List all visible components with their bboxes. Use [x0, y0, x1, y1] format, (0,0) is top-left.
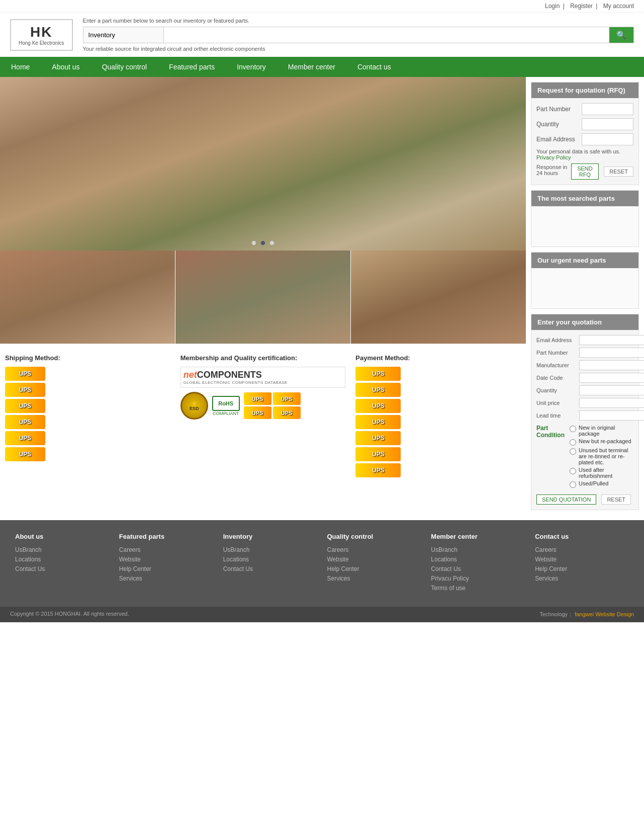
footer-inventory-locations[interactable]: Locations: [223, 556, 317, 563]
main-nav: Home About us Quality control Featured p…: [0, 57, 644, 77]
tech-link[interactable]: fangwei Website Design: [575, 611, 634, 617]
footer-about-title: About us: [15, 533, 109, 540]
myaccount-link[interactable]: My account: [603, 3, 634, 10]
quot-lead-input[interactable]: [579, 410, 644, 421]
rfq-response-note: Response in 24 hours: [536, 164, 569, 176]
shipping-section: Shipping Method: UPS UPS UPS UPS UPS UPS: [5, 354, 170, 477]
footer-contact-website[interactable]: Website: [535, 556, 629, 563]
pay-ups-1: UPS: [355, 367, 401, 381]
footer-contact-helpcenter[interactable]: Help Center: [535, 565, 629, 572]
rfq-email-input[interactable]: [582, 133, 633, 145]
footer-featured-helpcenter[interactable]: Help Center: [119, 565, 213, 572]
footer-about-locations[interactable]: Locations: [15, 556, 109, 563]
quot-reset-button[interactable]: RESET: [601, 494, 631, 505]
thumb-1[interactable]: [0, 251, 175, 344]
quot-mfr-input[interactable]: [579, 360, 644, 370]
footer-quality-services[interactable]: Services: [327, 575, 421, 582]
search-category-select[interactable]: Inventory Featured parts: [83, 27, 164, 43]
pay-ups-7: UPS: [355, 463, 401, 477]
quot-date-input[interactable]: [579, 373, 644, 383]
register-link[interactable]: Register: [570, 3, 593, 10]
tagline: Your reliable source for integrated circ…: [83, 46, 634, 52]
rfq-qty-input[interactable]: [582, 118, 633, 130]
search-input[interactable]: [164, 27, 609, 43]
condition-radio-5[interactable]: [570, 481, 576, 488]
footer-featured-website[interactable]: Website: [119, 556, 213, 563]
hero-slider[interactable]: [0, 77, 526, 251]
pay-ups-6: UPS: [355, 447, 401, 461]
tech-area: Technology： fangwei Website Design: [539, 611, 634, 618]
footer-member-contactus[interactable]: Contact Us: [431, 565, 525, 572]
ups-logo-2: UPS: [5, 383, 45, 397]
nav-home[interactable]: Home: [0, 57, 41, 77]
footer-member-locations[interactable]: Locations: [431, 556, 525, 563]
rfq-privacy-text: Your personal data is safe with us.: [536, 148, 620, 154]
nav-member[interactable]: Member center: [277, 57, 346, 77]
footer-inventory-contactus[interactable]: Contact Us: [223, 565, 317, 572]
thumb-image-2: [175, 251, 350, 344]
ups-cert-1: UPS: [244, 392, 271, 405]
footer-member-privacy[interactable]: Privacu Policy: [431, 575, 525, 582]
condition-radio-3[interactable]: [570, 448, 576, 455]
logo: HK Hong Ke Electronics: [10, 19, 73, 51]
condition-radio-2[interactable]: [570, 439, 576, 446]
dot-3[interactable]: [269, 240, 274, 245]
footer-contact-services[interactable]: Services: [535, 575, 629, 582]
quotation-body: Email Address Part Number Manufacturer D…: [531, 330, 638, 510]
left-column: Shipping Method: UPS UPS UPS UPS UPS UPS…: [0, 77, 526, 520]
dot-2[interactable]: [260, 240, 265, 245]
footer-quality-website[interactable]: Website: [327, 556, 421, 563]
footer-member-terms[interactable]: Terms of use: [431, 585, 525, 592]
ups-logo-1: UPS: [5, 367, 45, 381]
condition-opt-4: Used after refurbishment: [570, 467, 633, 479]
footer-inventory-usbranch[interactable]: UsBranch: [223, 546, 317, 553]
quot-lead-label: Lead time: [536, 412, 579, 419]
shipping-label: Shipping Method:: [5, 354, 170, 362]
top-bar: Login | Register | My account: [0, 0, 644, 13]
nav-about[interactable]: About us: [41, 57, 90, 77]
login-link[interactable]: Login: [545, 3, 560, 10]
thumb-2[interactable]: [175, 251, 350, 344]
quotation-panel: Enter your quotation Email Address Part …: [531, 314, 639, 510]
footer-quality-careers[interactable]: Careers: [327, 546, 421, 553]
footer-about-usbranch[interactable]: UsBranch: [15, 546, 109, 553]
rohs-container: RoHS COMPLIANT: [212, 396, 240, 416]
search-button[interactable]: 🔍: [609, 27, 633, 43]
slider-dots: [251, 240, 274, 245]
privacy-policy-link[interactable]: Privacy Policy: [536, 154, 571, 160]
part-condition-label: Part Condition: [536, 425, 565, 439]
send-quotation-button[interactable]: SEND QUOTATION: [536, 494, 596, 505]
rohs-badge: RoHS: [212, 396, 240, 411]
footer-about-contactus[interactable]: Contact Us: [15, 565, 109, 572]
thumb-3[interactable]: [350, 251, 526, 344]
part-condition-section: Part Condition New in original package N…: [536, 425, 633, 489]
rfq-part-input[interactable]: [582, 103, 633, 115]
nav-inventory[interactable]: Inventory: [226, 57, 277, 77]
nav-contact[interactable]: Contact us: [346, 57, 402, 77]
pay-ups-3: UPS: [355, 399, 401, 413]
footer-quality-helpcenter[interactable]: Help Center: [327, 565, 421, 572]
quot-part-input[interactable]: [579, 348, 644, 358]
dot-1[interactable]: [251, 240, 256, 245]
condition-radio-1[interactable]: [570, 426, 576, 432]
send-rfq-button[interactable]: SEND RFQ: [571, 163, 599, 180]
rfq-qty-row: Quantity: [536, 118, 633, 130]
condition-radio-4[interactable]: [570, 468, 576, 474]
footer-featured-services[interactable]: Services: [119, 575, 213, 582]
rfq-panel: Request for quotation (RFQ) Part Number …: [531, 82, 639, 185]
rfq-reset-button[interactable]: RESET: [604, 167, 633, 177]
footer-member-usbranch[interactable]: UsBranch: [431, 546, 525, 553]
footer: About us UsBranch Locations Contact Us F…: [0, 520, 644, 607]
pay-ups-4: UPS: [355, 415, 401, 429]
ups-logo-3: UPS: [5, 399, 45, 413]
footer-featured-careers[interactable]: Careers: [119, 546, 213, 553]
bottom-bar: Copyright © 2015 HONGHAI. All rights res…: [0, 607, 644, 622]
membership-label: Membership and Quality certification:: [180, 354, 346, 362]
nav-quality[interactable]: Quality control: [91, 57, 158, 77]
footer-contact-careers[interactable]: Careers: [535, 546, 629, 553]
logo-hk: HK: [19, 24, 64, 40]
quot-price-input[interactable]: [579, 398, 644, 408]
nav-featured[interactable]: Featured parts: [158, 57, 226, 77]
quot-qty-input[interactable]: [579, 385, 644, 395]
quot-email-input[interactable]: [579, 335, 644, 345]
